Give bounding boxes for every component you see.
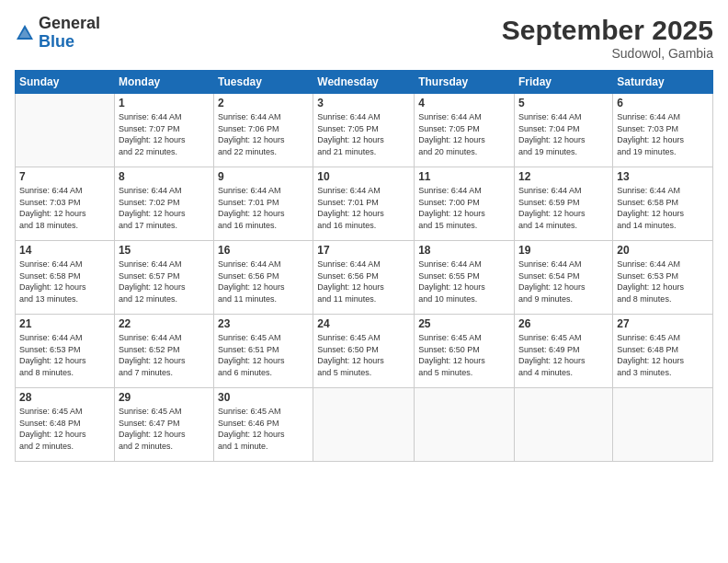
day-number: 26: [518, 317, 609, 330]
day-number: 30: [218, 391, 309, 404]
day-info: Sunrise: 6:44 AM Sunset: 7:05 PM Dayligh…: [418, 111, 510, 157]
location-subtitle: Sudowol, Gambia: [502, 46, 713, 61]
day-number: 15: [119, 244, 210, 257]
day-number: 8: [119, 170, 210, 183]
day-info: Sunrise: 6:44 AM Sunset: 6:58 PM Dayligh…: [19, 259, 110, 304]
table-cell: 1Sunrise: 6:44 AM Sunset: 7:07 PM Daylig…: [114, 94, 213, 167]
table-cell: 27Sunrise: 6:45 AM Sunset: 6:48 PM Dayli…: [613, 315, 713, 388]
day-info: Sunrise: 6:45 AM Sunset: 6:48 PM Dayligh…: [617, 332, 709, 378]
table-cell: 3Sunrise: 6:44 AM Sunset: 7:05 PM Daylig…: [313, 94, 415, 167]
day-info: Sunrise: 6:44 AM Sunset: 6:55 PM Dayligh…: [418, 259, 510, 304]
table-cell: 14Sunrise: 6:44 AM Sunset: 6:58 PM Dayli…: [16, 241, 115, 315]
day-number: 19: [518, 244, 609, 257]
table-cell: 26Sunrise: 6:45 AM Sunset: 6:49 PM Dayli…: [515, 315, 613, 388]
day-info: Sunrise: 6:44 AM Sunset: 7:06 PM Dayligh…: [218, 111, 309, 157]
day-number: 23: [218, 317, 309, 330]
table-cell: 24Sunrise: 6:45 AM Sunset: 6:50 PM Dayli…: [313, 315, 415, 388]
calendar-week-row: 28Sunrise: 6:45 AM Sunset: 6:48 PM Dayli…: [16, 388, 713, 462]
day-info: Sunrise: 6:45 AM Sunset: 6:49 PM Dayligh…: [518, 332, 609, 378]
table-cell: 30Sunrise: 6:45 AM Sunset: 6:46 PM Dayli…: [214, 388, 313, 462]
col-sunday: Sunday: [16, 71, 115, 94]
table-cell: 22Sunrise: 6:44 AM Sunset: 6:52 PM Dayli…: [114, 315, 213, 388]
page: General Blue September 2025 Sudowol, Gam…: [0, 0, 728, 563]
day-info: Sunrise: 6:45 AM Sunset: 6:50 PM Dayligh…: [317, 332, 410, 378]
table-cell: 29Sunrise: 6:45 AM Sunset: 6:47 PM Dayli…: [114, 388, 213, 462]
table-cell: 25Sunrise: 6:45 AM Sunset: 6:50 PM Dayli…: [415, 315, 515, 388]
day-number: 13: [617, 170, 709, 183]
day-info: Sunrise: 6:45 AM Sunset: 6:51 PM Dayligh…: [218, 332, 309, 378]
logo-general-text: General: [39, 14, 100, 32]
table-cell: 5Sunrise: 6:44 AM Sunset: 7:04 PM Daylig…: [515, 94, 613, 167]
day-number: 1: [119, 97, 210, 109]
day-info: Sunrise: 6:44 AM Sunset: 6:57 PM Dayligh…: [119, 259, 210, 304]
table-cell: 9Sunrise: 6:44 AM Sunset: 7:01 PM Daylig…: [214, 167, 313, 241]
table-cell: 18Sunrise: 6:44 AM Sunset: 6:55 PM Dayli…: [415, 241, 515, 315]
header: General Blue September 2025 Sudowol, Gam…: [15, 15, 713, 61]
day-info: Sunrise: 6:44 AM Sunset: 7:05 PM Dayligh…: [317, 111, 410, 157]
table-cell: 15Sunrise: 6:44 AM Sunset: 6:57 PM Dayli…: [114, 241, 213, 315]
day-info: Sunrise: 6:44 AM Sunset: 6:56 PM Dayligh…: [218, 259, 309, 304]
table-cell: 12Sunrise: 6:44 AM Sunset: 6:59 PM Dayli…: [515, 167, 613, 241]
table-cell: 2Sunrise: 6:44 AM Sunset: 7:06 PM Daylig…: [214, 94, 313, 167]
col-tuesday: Tuesday: [214, 71, 313, 94]
day-info: Sunrise: 6:45 AM Sunset: 6:46 PM Dayligh…: [218, 406, 309, 452]
day-info: Sunrise: 6:45 AM Sunset: 6:47 PM Dayligh…: [119, 406, 210, 452]
table-cell: [515, 388, 613, 462]
day-info: Sunrise: 6:44 AM Sunset: 6:58 PM Dayligh…: [617, 185, 709, 231]
day-number: 7: [19, 170, 110, 183]
table-cell: 23Sunrise: 6:45 AM Sunset: 6:51 PM Dayli…: [214, 315, 313, 388]
table-cell: 4Sunrise: 6:44 AM Sunset: 7:05 PM Daylig…: [415, 94, 515, 167]
day-info: Sunrise: 6:44 AM Sunset: 6:52 PM Dayligh…: [119, 332, 210, 378]
col-saturday: Saturday: [613, 71, 713, 94]
day-number: 16: [218, 244, 309, 257]
day-number: 11: [418, 170, 510, 183]
logo-text: General Blue: [39, 15, 100, 52]
day-info: Sunrise: 6:45 AM Sunset: 6:50 PM Dayligh…: [418, 332, 510, 378]
calendar-week-row: 21Sunrise: 6:44 AM Sunset: 6:53 PM Dayli…: [16, 315, 713, 388]
table-cell: 16Sunrise: 6:44 AM Sunset: 6:56 PM Dayli…: [214, 241, 313, 315]
day-info: Sunrise: 6:44 AM Sunset: 7:07 PM Dayligh…: [119, 111, 210, 157]
day-number: 28: [19, 391, 110, 404]
day-info: Sunrise: 6:44 AM Sunset: 6:53 PM Dayligh…: [617, 259, 709, 304]
day-number: 3: [317, 97, 410, 109]
day-number: 4: [418, 97, 510, 109]
table-cell: 28Sunrise: 6:45 AM Sunset: 6:48 PM Dayli…: [16, 388, 115, 462]
table-cell: 8Sunrise: 6:44 AM Sunset: 7:02 PM Daylig…: [114, 167, 213, 241]
days-header-row: Sunday Monday Tuesday Wednesday Thursday…: [16, 71, 713, 94]
day-info: Sunrise: 6:44 AM Sunset: 7:02 PM Dayligh…: [119, 185, 210, 231]
day-info: Sunrise: 6:44 AM Sunset: 7:04 PM Dayligh…: [518, 111, 609, 157]
day-info: Sunrise: 6:44 AM Sunset: 7:00 PM Dayligh…: [418, 185, 510, 231]
table-cell: 17Sunrise: 6:44 AM Sunset: 6:56 PM Dayli…: [313, 241, 415, 315]
table-cell: 19Sunrise: 6:44 AM Sunset: 6:54 PM Dayli…: [515, 241, 613, 315]
day-number: 17: [317, 244, 410, 257]
logo: General Blue: [15, 15, 100, 52]
calendar-header: Sunday Monday Tuesday Wednesday Thursday…: [16, 71, 713, 94]
col-friday: Friday: [515, 71, 613, 94]
calendar-body: 1Sunrise: 6:44 AM Sunset: 7:07 PM Daylig…: [16, 94, 713, 462]
logo-blue-text: Blue: [39, 32, 74, 51]
calendar-week-row: 14Sunrise: 6:44 AM Sunset: 6:58 PM Dayli…: [16, 241, 713, 315]
day-number: 5: [518, 97, 609, 109]
day-info: Sunrise: 6:44 AM Sunset: 7:03 PM Dayligh…: [19, 185, 110, 231]
day-info: Sunrise: 6:44 AM Sunset: 7:03 PM Dayligh…: [617, 111, 709, 157]
title-block: September 2025 Sudowol, Gambia: [502, 15, 713, 61]
day-number: 14: [19, 244, 110, 257]
day-number: 10: [317, 170, 410, 183]
day-number: 6: [617, 97, 709, 109]
calendar-week-row: 1Sunrise: 6:44 AM Sunset: 7:07 PM Daylig…: [16, 94, 713, 167]
day-number: 9: [218, 170, 309, 183]
month-title: September 2025: [502, 15, 713, 46]
logo-icon: [15, 23, 35, 43]
table-cell: 20Sunrise: 6:44 AM Sunset: 6:53 PM Dayli…: [613, 241, 713, 315]
col-wednesday: Wednesday: [313, 71, 415, 94]
day-info: Sunrise: 6:44 AM Sunset: 6:54 PM Dayligh…: [518, 259, 609, 304]
table-cell: [313, 388, 415, 462]
day-info: Sunrise: 6:45 AM Sunset: 6:48 PM Dayligh…: [19, 406, 110, 452]
col-monday: Monday: [114, 71, 213, 94]
table-cell: [16, 94, 115, 167]
day-number: 21: [19, 317, 110, 330]
table-cell: [415, 388, 515, 462]
table-cell: 21Sunrise: 6:44 AM Sunset: 6:53 PM Dayli…: [16, 315, 115, 388]
calendar-week-row: 7Sunrise: 6:44 AM Sunset: 7:03 PM Daylig…: [16, 167, 713, 241]
table-cell: [613, 388, 713, 462]
